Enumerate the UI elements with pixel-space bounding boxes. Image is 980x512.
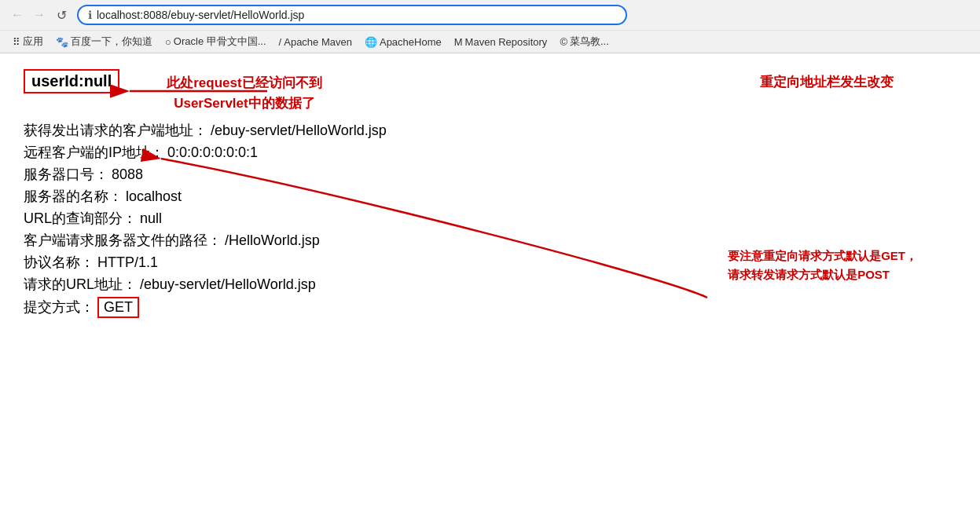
bookmark-label-apache-maven: Apache Maven <box>284 36 352 48</box>
row-label-1: 请求的URL地址： <box>24 275 137 294</box>
info-row-0: 提交方式：GET <box>24 297 956 318</box>
row-value-8: /ebuy-servlet/HelloWorld.jsp <box>211 123 387 139</box>
browser-toolbar: ← → ↺ ℹ localhost:8088/ebuy-servlet/Hell… <box>0 0 980 30</box>
bookmarks-bar: ⠿应用🐾百度一下，你知道○Oracle 甲骨文中国.../Apache Mave… <box>0 30 980 53</box>
bookmark-label-oracle: Oracle 甲骨文中国... <box>174 35 266 49</box>
nav-buttons: ← → ↺ <box>8 5 71 24</box>
row-value-boxed-0: GET <box>97 297 139 318</box>
info-rows: 获得发出请求的客户端地址：/ebuy-servlet/HelloWorld.js… <box>24 121 956 318</box>
row-label-6: 服务器口号： <box>24 165 108 184</box>
lock-icon: ℹ <box>88 9 92 21</box>
info-row-7: 远程客户端的IP地址：0:0:0:0:0:0:0:1 <box>24 143 956 162</box>
info-row-8: 获得发出请求的客户端地址：/ebuy-servlet/HelloWorld.js… <box>24 121 956 140</box>
info-row-5: 服务器的名称：localhost <box>24 187 956 206</box>
row-label-7: 远程客户端的IP地址： <box>24 143 164 162</box>
info-row-4: URL的查询部分：null <box>24 209 956 228</box>
address-text: localhost:8088/ebuy-servlet/HelloWorld.j… <box>97 9 616 21</box>
bookmark-icon-baidu: 🐾 <box>56 36 68 48</box>
bookmark-baidu[interactable]: 🐾百度一下，你知道 <box>51 33 157 50</box>
row-value-1: /ebuy-servlet/HelloWorld.jsp <box>140 276 316 293</box>
bookmark-icon-apache-maven: / <box>279 36 282 48</box>
bookmark-maven-repo[interactable]: MMaven Repository <box>450 35 552 49</box>
bookmark-label-baidu: 百度一下，你知道 <box>71 35 152 49</box>
address-bar[interactable]: ℹ localhost:8088/ebuy-servlet/HelloWorld… <box>77 5 627 25</box>
bookmark-label-maven-repo: Maven Repository <box>465 36 548 48</box>
row-value-2: HTTP/1.1 <box>97 254 158 271</box>
row-value-3: /HelloWorld.jsp <box>225 232 320 249</box>
bookmark-apache-home[interactable]: 🌐ApacheHome <box>360 35 446 49</box>
bookmark-label-apache-home: ApacheHome <box>380 36 442 48</box>
bookmark-icon-apps: ⠿ <box>13 36 20 48</box>
outer-wrapper: userId:null 此处request已经访问不到 UserServlet中… <box>24 69 956 318</box>
bookmark-apache-maven[interactable]: /Apache Maven <box>274 35 357 49</box>
annotation-redirect: 重定向地址栏发生改变 <box>760 73 894 91</box>
row-value-5: localhost <box>126 188 182 205</box>
bookmark-label-apps: 应用 <box>23 35 43 49</box>
bookmark-icon-oracle: ○ <box>165 36 171 48</box>
row-value-6: 8088 <box>112 166 143 183</box>
row-value-7: 0:0:0:0:0:0:0:1 <box>167 144 258 161</box>
row-label-4: URL的查询部分： <box>24 209 137 228</box>
row-label-0: 提交方式： <box>24 298 94 316</box>
back-button[interactable]: ← <box>8 5 27 24</box>
row-label-2: 协议名称： <box>24 253 94 272</box>
bookmark-icon-maven-repo: M <box>454 36 463 48</box>
page-content: userId:null 此处request已经访问不到 UserServlet中… <box>0 53 980 337</box>
forward-button[interactable]: → <box>30 5 49 24</box>
info-row-6: 服务器口号：8088 <box>24 165 956 184</box>
top-left-block: userId:null <box>24 69 119 104</box>
browser-chrome: ← → ↺ ℹ localhost:8088/ebuy-servlet/Hell… <box>0 0 980 53</box>
row-value-4: null <box>140 210 162 227</box>
bookmark-runoob[interactable]: ©菜鸟教... <box>555 33 613 50</box>
row-label-8: 获得发出请求的客户端地址： <box>24 121 207 140</box>
bookmark-label-runoob: 菜鸟教... <box>570 35 609 49</box>
bookmark-icon-runoob: © <box>560 36 567 48</box>
note-annotation: 要注意重定向请求方式默认是GET， 请求转发请求方式默认是POST <box>728 247 917 284</box>
row-label-3: 客户端请求服务器文件的路径： <box>24 231 222 250</box>
annotation-request: 此处request已经访问不到 UserServlet中的数据了 <box>167 73 321 113</box>
row-label-5: 服务器的名称： <box>24 187 123 206</box>
reload-button[interactable]: ↺ <box>52 5 71 24</box>
bookmark-icon-apache-home: 🌐 <box>365 36 377 48</box>
user-id-box: userId:null <box>24 69 119 93</box>
bookmark-apps[interactable]: ⠿应用 <box>8 33 48 50</box>
bookmark-oracle[interactable]: ○Oracle 甲骨文中国... <box>160 33 271 50</box>
